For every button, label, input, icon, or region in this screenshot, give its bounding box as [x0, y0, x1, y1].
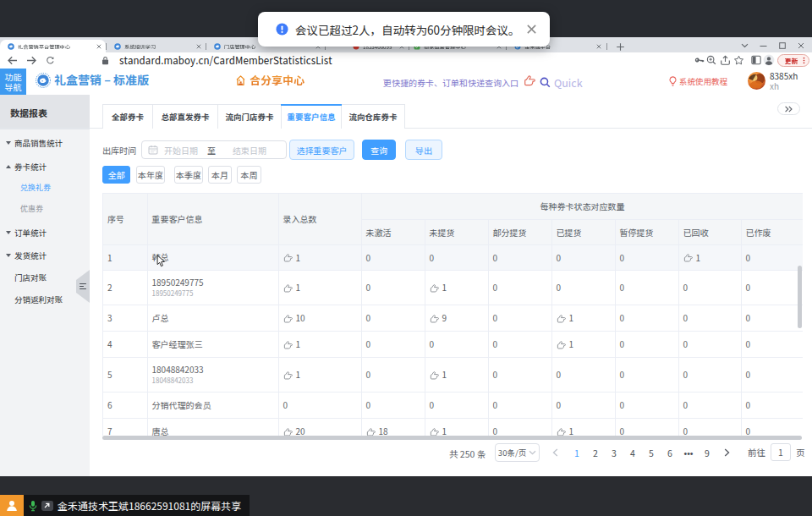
tab-close-icon[interactable]	[96, 44, 102, 49]
pagination-page-5[interactable]: 5	[642, 443, 661, 462]
table-vertical-scrollbar[interactable]	[798, 266, 802, 328]
pagination-page-3[interactable]: 3	[605, 443, 623, 462]
cell-value[interactable]: 1	[442, 368, 447, 381]
pagination-page-1[interactable]: 1	[568, 443, 586, 462]
reload-icon	[46, 56, 55, 65]
browser-tab-1[interactable]: 礼盒营销平台管理中心	[0, 40, 106, 52]
microphone-icon	[29, 500, 37, 512]
cell-total: 1	[278, 357, 361, 392]
sidebar-item[interactable]: 商品销售统计	[0, 133, 90, 153]
user-avatar[interactable]	[748, 72, 765, 90]
page-size-select[interactable]: 30条/页	[495, 443, 540, 462]
col-header-status: 已提货	[551, 219, 615, 244]
cell-value[interactable]: 1	[296, 281, 301, 294]
page-tab-1[interactable]: 全部券卡	[103, 105, 153, 129]
quick-range-button[interactable]: 本月	[208, 166, 232, 184]
cell-value[interactable]: 1	[442, 281, 447, 294]
password-key-button[interactable]	[694, 54, 705, 66]
cell-status: 0	[361, 244, 425, 270]
cell-value[interactable]: 1	[696, 251, 701, 264]
user-info[interactable]: 8385xh xh	[770, 70, 798, 91]
export-button[interactable]: 导出	[405, 140, 442, 160]
share-center-link[interactable]: 合分享中心	[235, 72, 304, 88]
browser-profile-button[interactable]	[763, 54, 775, 66]
forward-button[interactable]	[25, 54, 38, 66]
cell-value[interactable]: 18	[379, 425, 388, 436]
cell-value: 0	[683, 338, 689, 350]
col-header-status: 未激活	[361, 219, 425, 244]
browser-update-button[interactable]: 更新	[777, 54, 809, 67]
new-tab-button[interactable]	[614, 41, 627, 53]
nav-toggle-button[interactable]: 功能导航	[0, 69, 26, 95]
cell-value[interactable]: 1	[569, 425, 574, 436]
cell-value[interactable]: 20	[296, 425, 305, 436]
tab-search-button[interactable]	[738, 40, 752, 52]
cell-value[interactable]: 1	[296, 368, 301, 381]
pagination-page-4[interactable]: 4	[623, 443, 642, 462]
window-minimize-button[interactable]	[756, 40, 771, 52]
page-tab-5[interactable]: 流向仓库券卡	[342, 105, 405, 129]
quick-range-button[interactable]: 本季度	[174, 166, 203, 184]
sidebar-title: 数据报表	[0, 95, 90, 129]
cell-value: 0	[683, 425, 689, 436]
cell-status: 0	[488, 331, 551, 357]
sidebar-item[interactable]: 订单统计	[0, 222, 90, 243]
chevron-down-icon	[741, 43, 749, 48]
cell-status: 0	[678, 392, 741, 418]
table-horizontal-scrollbar[interactable]	[102, 436, 802, 440]
sidebar-item[interactable]: 券卡统计	[0, 156, 90, 177]
tab-close-icon[interactable]	[596, 44, 601, 49]
select-customer-button[interactable]: 选择重要客户	[289, 140, 354, 160]
pagination-page-6[interactable]: 6	[661, 443, 679, 462]
back-button[interactable]	[6, 54, 19, 66]
side-panel-icon	[751, 55, 761, 65]
pagination-page-2[interactable]: 2	[586, 443, 605, 462]
cell-value[interactable]: 10	[296, 311, 305, 324]
cell-value[interactable]: 1	[296, 251, 301, 264]
toast-close-button[interactable]	[524, 23, 538, 36]
page-tabs: 全部券卡总部直发券卡流向门店券卡重要客户信息流向仓库券卡	[102, 104, 405, 129]
reload-button[interactable]	[43, 54, 57, 66]
sidebar-subitem[interactable]: 优惠券	[0, 198, 90, 218]
cell-value[interactable]: 1	[296, 338, 301, 350]
cell-value[interactable]: 1	[569, 311, 574, 324]
site-lock-button[interactable]	[98, 54, 112, 66]
pagination-prev-button[interactable]	[546, 443, 564, 462]
window-maximize-button[interactable]	[775, 40, 789, 52]
cell-value[interactable]: 1	[569, 338, 574, 350]
quick-search-button[interactable]: Quick	[540, 74, 583, 91]
tab-close-icon[interactable]	[196, 44, 201, 49]
zoom-button[interactable]	[705, 54, 717, 66]
browser-tab-2[interactable]: 系统培训学习	[107, 40, 206, 52]
bookmark-star-button[interactable]	[732, 54, 744, 66]
tab-separator	[206, 43, 206, 50]
cell-value[interactable]: 9	[442, 311, 447, 324]
customer-table: 序号 重要客户信息 录入总数 每种券卡状态对应数量 未激活未提货部分提货已提货暂…	[102, 193, 803, 436]
pointing-hand-icon	[430, 284, 439, 293]
window-close-button[interactable]	[793, 40, 808, 52]
date-range-input[interactable]: 开始日期 至 结束日期	[141, 140, 287, 159]
pagination-ellipsis[interactable]: •••	[679, 443, 698, 462]
page-tab-4[interactable]: 重要客户信息	[282, 105, 342, 129]
cell-value: 0	[430, 338, 435, 350]
quick-tip-text: 更快捷的券卡、订单和快递查询入口	[383, 76, 518, 89]
collapse-tabs-button[interactable]	[777, 102, 800, 115]
share-label-strip: 金禾通技术王斌18662591081的屏幕共享	[24, 495, 250, 516]
cell-value[interactable]: 1	[442, 425, 447, 436]
pagination-next-button[interactable]	[717, 443, 736, 462]
quick-range-button[interactable]: 本年度	[136, 166, 165, 184]
query-button[interactable]: 查询	[362, 140, 396, 160]
url-text[interactable]: standard.maboy.cn/CardMemberStatisticsLi…	[119, 53, 332, 67]
sidebar-item[interactable]: 发货统计	[0, 245, 90, 266]
tutorial-link[interactable]: 系统使用教程	[669, 75, 727, 87]
quick-range-button[interactable]: 全部	[102, 166, 130, 184]
quick-range-button[interactable]: 本周	[237, 166, 261, 184]
page-tab-3[interactable]: 流向门店券卡	[218, 105, 282, 129]
share-button[interactable]	[719, 54, 731, 66]
pointing-hand-icon	[430, 371, 439, 380]
goto-page-input[interactable]: 1	[771, 443, 791, 461]
sidebar-subitem[interactable]: 兑换礼券	[0, 177, 90, 197]
pagination-page-9[interactable]: 9	[698, 443, 716, 462]
page-tab-2[interactable]: 总部直发券卡	[153, 105, 218, 129]
side-panel-button[interactable]	[750, 54, 762, 66]
